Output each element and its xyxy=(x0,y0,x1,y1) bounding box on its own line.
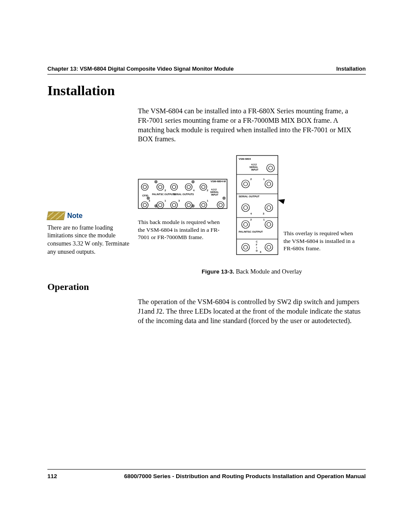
page-number: 112 xyxy=(47,473,57,479)
svg-text:2: 2 xyxy=(250,218,252,221)
svg-point-71 xyxy=(242,221,249,228)
svg-point-65 xyxy=(265,180,273,188)
page-footer: 112 6800/7000 Series - Distribution and … xyxy=(47,469,366,479)
svg-text:1: 1 xyxy=(263,218,265,221)
svg-text:1: 1 xyxy=(207,199,209,202)
svg-point-72 xyxy=(244,223,248,227)
svg-point-30 xyxy=(143,203,146,207)
svg-text:F: F xyxy=(256,243,258,246)
back-module-caption: This back module is required when the VS… xyxy=(138,218,226,241)
svg-point-31 xyxy=(157,202,164,208)
back-module-diagram: 2 4 2 3 1 3 1 VSM-6804-M CFID PAL/NTSC O… xyxy=(138,168,228,211)
svg-text:CFID: CFID xyxy=(142,194,149,197)
svg-text:4: 4 xyxy=(250,212,252,215)
svg-point-33 xyxy=(171,202,177,208)
svg-text:SERIAL OUTPUTS: SERIAL OUTPUTS xyxy=(173,193,194,196)
svg-point-25 xyxy=(185,184,192,190)
overlay-caption: This overlay is required when the VSM-68… xyxy=(283,230,361,252)
svg-text:1: 1 xyxy=(263,178,265,180)
svg-point-74 xyxy=(267,223,271,227)
svg-point-36 xyxy=(187,203,190,207)
svg-text:2: 2 xyxy=(165,189,166,192)
running-head: Chapter 13: VSM-6804 Digital Composite V… xyxy=(47,65,366,72)
svg-point-64 xyxy=(244,182,248,186)
header-rule xyxy=(47,74,366,75)
svg-point-21 xyxy=(157,184,164,190)
svg-point-66 xyxy=(267,182,271,186)
svg-point-63 xyxy=(242,180,249,188)
chapter-label: Chapter 13: VSM-6804 Digital Composite V… xyxy=(47,65,234,72)
svg-text:3: 3 xyxy=(149,199,150,202)
svg-point-28 xyxy=(202,185,205,189)
svg-point-61 xyxy=(267,164,274,172)
svg-point-73 xyxy=(265,221,273,228)
svg-point-19 xyxy=(141,184,148,190)
svg-text:INPUT: INPUT xyxy=(251,168,258,171)
figure-caption-text: Back Module and Overlay xyxy=(234,268,302,275)
svg-point-27 xyxy=(200,184,207,190)
pencil-icon xyxy=(47,212,65,220)
svg-text:1: 1 xyxy=(165,199,166,202)
svg-point-77 xyxy=(265,243,273,251)
svg-point-26 xyxy=(187,185,190,189)
operation-paragraph: The operation of the VSM-6804 is control… xyxy=(138,297,361,325)
figure-caption: Figure 13-3. Back Module and Overlay xyxy=(138,268,366,275)
svg-point-40 xyxy=(219,203,222,207)
intro-paragraph: The VSM-6804 can be installed into a FR-… xyxy=(138,106,355,144)
svg-text:3: 3 xyxy=(178,199,180,202)
note-box: Note There are no frame loading limitati… xyxy=(47,211,131,256)
svg-text:C: C xyxy=(256,240,258,243)
svg-point-23 xyxy=(171,184,177,190)
svg-point-38 xyxy=(202,203,205,207)
manual-title: 6800/7000 Series - Distribution and Rout… xyxy=(124,473,366,479)
svg-point-76 xyxy=(244,246,248,249)
svg-text:3: 3 xyxy=(263,212,265,215)
svg-text:D: D xyxy=(256,249,258,252)
note-heading: Note xyxy=(47,211,131,221)
figure-area: 2 4 2 3 1 3 1 VSM-6804-M CFID PAL/NTSC O… xyxy=(138,155,366,278)
note-body: There are no frame loading limitations s… xyxy=(47,224,131,257)
svg-text:PAL/NTSC OUTPUT: PAL/NTSC OUTPUT xyxy=(239,230,263,233)
svg-point-24 xyxy=(172,185,176,189)
svg-point-62 xyxy=(269,166,273,170)
svg-point-39 xyxy=(217,202,224,208)
svg-text:PAL/NTSC OUTPUTS: PAL/NTSC OUTPUTS xyxy=(152,193,176,196)
svg-text:VSM-6804-M: VSM-6804-M xyxy=(211,180,226,183)
heading-installation: Installation xyxy=(47,83,115,99)
svg-point-69 xyxy=(265,204,273,212)
svg-text:2: 2 xyxy=(207,189,209,192)
svg-text:INPUT: INPUT xyxy=(211,193,218,196)
svg-point-34 xyxy=(172,203,176,207)
overlay-diagram: VSM-6804 4:2:2 SERIAL INPUT 2 1 SERIAL O… xyxy=(236,155,279,256)
svg-text:2: 2 xyxy=(250,178,252,180)
svg-text:3: 3 xyxy=(260,251,262,253)
svg-point-35 xyxy=(185,202,192,208)
svg-point-67 xyxy=(242,204,249,212)
page: Chapter 13: VSM-6804 Digital Composite V… xyxy=(0,0,411,532)
svg-point-75 xyxy=(242,243,249,251)
svg-point-20 xyxy=(143,185,146,189)
svg-point-78 xyxy=(267,246,271,249)
svg-point-68 xyxy=(244,206,248,210)
svg-point-32 xyxy=(159,203,162,207)
heading-operation: Operation xyxy=(47,281,89,292)
svg-point-70 xyxy=(267,206,271,210)
svg-text:I: I xyxy=(256,246,257,249)
figure-caption-label: Figure 13-3. xyxy=(202,268,234,275)
note-label: Note xyxy=(67,211,83,221)
svg-point-37 xyxy=(200,202,207,208)
svg-point-22 xyxy=(159,185,162,189)
svg-text:VSM-6804: VSM-6804 xyxy=(239,158,251,160)
svg-text:4: 4 xyxy=(193,189,195,192)
section-label: Installation xyxy=(336,65,366,72)
svg-point-29 xyxy=(141,202,148,208)
svg-text:SERIAL OUTPUT: SERIAL OUTPUT xyxy=(239,195,260,198)
